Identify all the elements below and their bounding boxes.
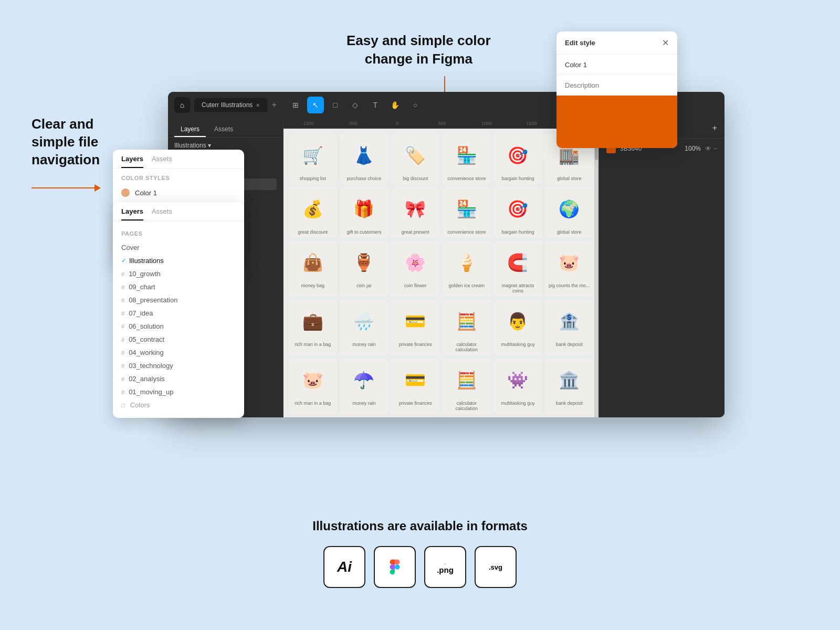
canvas-ruler: -1200 -500 0 500 1000 1500 8000 [284,118,598,129]
illustration-item[interactable]: 🌧️money rain [340,300,388,355]
illus-emoji: 💳 [394,362,436,398]
format-badge-figma[interactable] [374,546,416,588]
tab-assets[interactable]: Assets [208,122,239,137]
illustration-item[interactable]: 🛒shopping list [289,134,337,184]
illustration-item[interactable]: 💳private finances [391,300,439,355]
left-layer-02analysis[interactable]: #02_analysis [113,372,244,385]
illustration-item[interactable]: 👜money bag [289,241,337,297]
illustration-item[interactable]: 🌸coin flower [391,241,439,297]
figma-add-tab[interactable]: + [271,100,276,110]
illustration-item[interactable]: 👾multitasking guy [494,359,542,414]
illustration-item[interactable]: 🎁gift to customers [340,187,388,238]
illus-emoji: 🏦 [548,303,590,340]
png-label: .png [437,565,454,574]
illustration-item[interactable]: 🌍global store [545,187,593,238]
illus-emoji: 🎯 [497,191,539,227]
illustration-item[interactable]: 🏷️big discount [391,134,439,184]
figma-tool-select[interactable]: ↖ [307,97,324,113]
layers-left-tabs: Layers Assets [113,202,244,221]
visibility-icon[interactable]: 👁 [705,145,711,152]
format-badge-png[interactable]: . .png [424,546,466,588]
illustration-item[interactable]: 🏦bank deposit [545,300,593,355]
illustration-item[interactable]: 🎯bargain hunting [494,187,542,238]
color-styles-assets-tab[interactable]: Assets [152,155,172,168]
illustration-item[interactable]: 🧮calculator calculation [443,300,491,355]
edit-style-close-button[interactable]: ✕ [662,38,669,48]
left-layer-06solution[interactable]: #06_solution [113,320,244,333]
left-page-illustrations[interactable]: ✓ Illustrations [113,254,244,267]
illustration-item[interactable]: ☂️money rain [340,359,388,414]
left-panel-layers-tab[interactable]: Layers [121,207,143,220]
illustration-item[interactable]: 👗purchase choice [340,134,388,184]
left-layer-09chart[interactable]: #09_chart [113,280,244,293]
illustrations-label: Illustrations ▾ [174,142,211,149]
illus-label: coin jar [356,283,372,288]
ai-label: Ai [337,559,352,575]
left-panel-assets-tab[interactable]: Assets [152,207,172,220]
illustration-item[interactable]: 🎀great present [391,187,439,238]
edit-style-panel: Edit style ✕ [556,32,677,148]
color-style-item-1[interactable]: Color 1 [121,185,236,200]
illus-label: multitasking guy [501,401,535,406]
left-layer-10growth[interactable]: #10_growth [113,267,244,280]
figma-tool-move[interactable]: ⊞ [287,97,304,113]
arrow-head [94,184,101,192]
illustration-item[interactable]: 🧮calculator calculation [443,359,491,414]
figma-tool-frame[interactable]: □ [327,97,344,113]
left-layer-07idea[interactable]: #07_idea [113,307,244,320]
figma-home-button[interactable]: ⌂ [174,97,190,113]
illustration-item[interactable]: 🏛️bank deposit [545,359,593,414]
illustration-item[interactable]: 🍦golden ice cream [443,241,491,297]
color-styles-layers-tab[interactable]: Layers [121,155,143,168]
illustration-item[interactable]: 🏪convenience store [443,134,491,184]
top-annotation: Easy and simple color change in Figma [346,32,491,68]
left-layer-04working[interactable]: #04_working [113,346,244,359]
illustration-item[interactable]: 💼rich man in a bag [289,300,337,355]
left-layer-05contract[interactable]: #05_contract [113,333,244,346]
figma-tool-pen[interactable]: ◇ [347,97,364,113]
figma-icon [385,558,404,576]
illustration-item[interactable]: 💳private finances [391,359,439,414]
color-name-field[interactable] [565,61,669,69]
left-layer-03tech[interactable]: #03_technology [113,359,244,372]
tab-layers[interactable]: Layers [174,122,206,137]
illustration-item[interactable]: 🧲magnet attracts coins [494,241,542,297]
illus-emoji: 🐷 [548,244,590,281]
left-layer-colors[interactable]: □Colors [113,398,244,412]
figma-tool-text[interactable]: T [367,97,384,113]
illustration-item[interactable]: 🏺coin jar [340,241,388,297]
illus-label: money bag [301,283,325,288]
illus-emoji: 🎀 [394,191,436,227]
illus-label: coin flower [404,283,427,288]
color-styles-tabs: Layers Assets [113,150,244,169]
left-layer-01moving[interactable]: #01_moving_up [113,385,244,398]
figma-canvas[interactable]: -1200 -500 0 500 1000 1500 8000 🛒shoppin… [284,118,598,417]
format-badge-ai[interactable]: Ai [323,546,365,588]
minus-icon[interactable]: − [713,145,717,152]
illustration-item[interactable]: 🐷pig counts the mo... [545,241,593,297]
top-heading: Easy and simple color change in Figma [346,32,491,68]
illus-emoji: 🐷 [292,362,334,398]
left-layer-08pres[interactable]: #08_presentation [113,293,244,307]
canvas-scrollbar[interactable] [594,129,598,417]
illustration-item[interactable]: 🐷rich man in a bag [289,359,337,414]
illus-emoji: 🏪 [446,137,488,174]
illus-emoji: 🧲 [497,244,539,281]
figma-tab[interactable]: Cuterr Illustrations ✕ [194,98,267,112]
illus-label: big discount [403,176,428,181]
left-page-cover[interactable]: Cover [113,241,244,254]
figma-tool-comment[interactable]: ○ [407,97,424,113]
color-preview-swatch[interactable] [556,96,677,148]
illus-label: rich man in a bag [295,342,331,347]
figma-tool-hand[interactable]: ✋ [387,97,404,113]
right-panel-add-button[interactable]: + [712,123,717,133]
illustration-item[interactable]: 👨multitasking guy [494,300,542,355]
illustration-item[interactable]: 💰great discount [289,187,337,238]
format-badge-svg[interactable]: .svg [475,546,517,588]
illus-emoji: 🌍 [548,191,590,227]
edit-style-description-input [556,75,677,96]
color-description-field[interactable] [565,81,669,89]
illustration-item[interactable]: 🎯bargain hunting [494,134,542,184]
illustration-item[interactable]: 🏪convenience store [443,187,491,238]
figma-tab-close[interactable]: ✕ [256,102,260,108]
